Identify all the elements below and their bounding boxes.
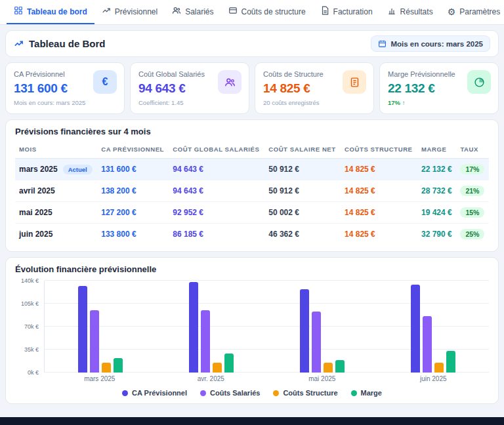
bar-chart-icon [387,6,396,17]
x-tick-label: juin 2025 [407,375,459,382]
tab-parametres[interactable]: ⚙ Paramètres [440,0,504,24]
bar-co-ts-structure[interactable] [324,363,333,373]
pie-chart-icon [467,70,491,94]
bar-co-ts-structure[interactable] [102,363,111,373]
tab-label: Facturation [333,7,373,16]
bar-co-ts-salari-s[interactable] [90,310,99,373]
bar-co-ts-structure[interactable] [213,363,222,373]
tab-tableau-de-bord[interactable]: Tableau de bord [7,0,94,24]
cell-value: 127 200 € [97,202,169,224]
tab-label: Tableau de bord [27,7,87,16]
top-nav: Tableau de bord Prévisionnel Salariés Co… [0,0,504,25]
cell-value: 14 825 € [341,202,417,224]
y-tick-label: 105k € [21,300,39,307]
taux-badge: 17% [460,164,484,174]
bar-co-ts-salari-s[interactable] [201,310,210,373]
table-row[interactable]: mars 2025Actuel131 600 €94 643 €50 912 €… [15,159,489,180]
column-header: Taux [456,140,489,159]
column-header: Coût Salaire Net [264,140,341,159]
kpi-subtext: Coefficient: 1.45 [138,99,241,106]
bar-groups [45,281,489,373]
kpi-card-ca: CA Prévisionnel 131 600 € Mois en cours:… [5,62,125,114]
current-month-chip[interactable]: Mois en cours: mars 2025 [371,35,490,52]
legend-dot [200,390,206,396]
trending-up-icon [102,6,111,17]
cell-value: 14 825 € [341,180,417,202]
y-tick-label: 70k € [24,323,39,330]
tab-resultats[interactable]: Résultats [380,0,440,24]
legend-label: Marge [361,389,382,397]
bar-marge[interactable] [335,360,345,373]
bar-ca-pr-visionnel[interactable] [189,282,198,373]
bar-marge[interactable] [114,358,123,373]
cell-value: 19 424 € [417,202,456,224]
tab-label: Coûts de structure [242,7,306,16]
cell-value: 14 825 € [341,224,417,245]
page-header: Tableau de Bord Mois en cours: mars 2025 [5,30,499,57]
cell-value: 32 790 € [417,224,456,245]
legend-item-co-ts-salari-s: Coûts Salariés [200,389,260,397]
legend-label: CA Prévisionnel [132,389,187,397]
cell-taux: 17% [456,159,489,180]
bar-ca-pr-visionnel[interactable] [411,285,420,373]
bar-marge[interactable] [224,354,234,373]
bar-ca-pr-visionnel[interactable] [300,289,309,373]
taux-badge: 15% [460,207,484,218]
cell-value: 131 600 € [97,159,169,180]
chart-plot-column: mars 2025avr. 2025mai 2025juin 2025 [44,281,489,382]
invoice-icon [320,6,329,17]
kpi-card-marge: Marge Prévisionnelle 22 132 € 17% ↑ [379,62,499,114]
bar-group [189,281,234,373]
gear-icon: ⚙ [448,7,456,16]
taux-badge: 21% [460,186,484,196]
table-row[interactable]: avril 2025138 200 €94 643 €50 912 €14 82… [15,180,489,202]
users-icon [218,70,242,94]
tab-previsionnel[interactable]: Prévisionnel [94,0,165,24]
cell-value: 22 132 € [417,159,456,180]
cell-value: 46 362 € [264,224,341,245]
chart-plot [44,281,489,373]
bar-co-ts-structure[interactable] [434,363,444,373]
chart-title: Évolution financière prévisionnelle [15,264,489,274]
forecast-table: MoisCA PrévisionnelCoût Global SalariésC… [15,140,489,245]
legend-item-co-ts-structure: Coûts Structure [273,389,337,397]
column-header: Coût Global Salariés [169,140,264,159]
column-header: Mois [15,140,97,159]
chart-legend: CA PrévisionnelCoûts SalariésCoûts Struc… [15,389,489,397]
legend-dot [351,390,357,396]
tab-couts-de-structure[interactable]: Coûts de structure [221,0,313,24]
table-row[interactable]: juin 2025133 800 €86 185 €46 362 €14 825… [15,224,489,245]
cell-month: juin 2025 [15,224,97,245]
legend-dot [122,390,128,396]
receipt-icon [343,70,366,94]
tab-facturation[interactable]: Facturation [313,0,380,24]
bar-ca-pr-visionnel[interactable] [78,286,87,373]
main-content: Tableau de Bord Mois en cours: mars 2025… [0,25,504,412]
bar-group [78,281,123,373]
table-body: mars 2025Actuel131 600 €94 643 €50 912 €… [15,159,489,245]
bar-group [411,281,455,373]
chart-xlabels: mars 2025avr. 2025mai 2025juin 2025 [44,375,489,382]
column-header: CA Prévisionnel [97,140,169,159]
page-title: Tableau de Bord [14,38,105,49]
cell-taux: 15% [456,202,489,224]
tab-salaries[interactable]: Salariés [165,0,220,24]
bar-co-ts-salari-s[interactable] [312,312,321,373]
kpi-subtext: 17% ↑ [388,99,490,106]
chart: 0k €35k €70k €105k €140k € mars 2025avr.… [15,281,489,382]
bar-group [300,281,345,373]
tab-label: Paramètres [459,7,500,16]
taux-badge: 25% [460,229,484,239]
bar-marge[interactable] [446,351,455,373]
cell-taux: 25% [456,224,489,245]
bar-co-ts-salari-s[interactable] [423,316,432,373]
cell-value: 94 643 € [169,159,264,180]
chart-yaxis: 0k €35k €70k €105k €140k € [15,281,44,373]
legend-item-ca-pr-visionnel: CA Prévisionnel [122,389,187,397]
table-row[interactable]: mai 2025127 200 €92 952 €50 002 €14 825 … [15,202,489,224]
current-month-label: Mois en cours: mars 2025 [390,40,483,48]
kpi-subtext: 20 coûts enregistrés [263,99,366,106]
current-badge: Actuel [63,165,93,174]
cell-value: 92 952 € [169,202,264,224]
y-tick-label: 140k € [21,277,39,284]
